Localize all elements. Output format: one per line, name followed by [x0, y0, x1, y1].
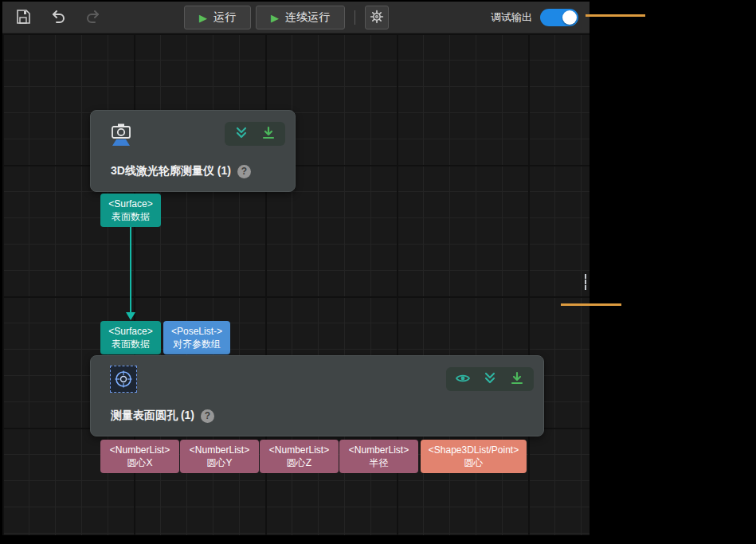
eye-icon [455, 371, 471, 388]
run-button[interactable]: ▶ 运行 [184, 6, 251, 29]
save-icon [14, 8, 32, 28]
node-measure-surface-hole[interactable]: 测量表面圆孔 (1) ? [90, 355, 544, 436]
download-result-button[interactable] [510, 372, 524, 386]
port-type: <NumberList> [349, 444, 409, 456]
double-chevron-down-icon [483, 371, 497, 388]
measure-hole-icon [110, 366, 137, 393]
undo-icon [49, 8, 67, 28]
double-chevron-down-icon [234, 126, 249, 143]
graph-canvas[interactable]: 3D线激光轮廓测量仪 (1) ? <Surface> 表面数据 <Surface… [2, 33, 590, 535]
toolbar-right-group: 调试输出 [491, 2, 578, 33]
port-label: 半径 [370, 456, 389, 469]
port-label: 圆心Z [287, 456, 311, 469]
annotation-line-top [586, 14, 645, 17]
help-badge[interactable]: ? [237, 165, 251, 178]
app-window: ▶ 运行 ▶ 连续运行 [2, 2, 590, 535]
debug-output-toggle[interactable] [540, 9, 578, 26]
continuous-run-button[interactable]: ▶ 连续运行 [256, 6, 345, 29]
window-edge-handle[interactable] [585, 274, 586, 290]
node-3d-laser-profiler[interactable]: 3D线激光轮廓测量仪 (1) ? [90, 110, 296, 192]
node-title: 3D线激光轮廓测量仪 (1) [111, 164, 231, 178]
camera-3d-profiler-icon [107, 120, 135, 149]
port-label: 表面数据 [112, 210, 150, 223]
preview-button[interactable] [456, 372, 470, 386]
port-label: 对齐参数组 [173, 338, 221, 350]
run-button-label: 运行 [213, 10, 236, 25]
toolbar: ▶ 运行 ▶ 连续运行 [2, 2, 590, 33]
toggle-knob [562, 10, 577, 25]
port-type: <Surface> [108, 325, 152, 338]
download-icon [510, 371, 524, 388]
port-center-x-output[interactable]: <NumberList> 圆心X [100, 440, 179, 473]
collapse-chevrons-button[interactable] [483, 372, 497, 386]
port-type: <NumberList> [269, 444, 329, 456]
annotation-line-middle [561, 303, 621, 306]
port-surface-output[interactable]: <Surface> 表面数据 [100, 194, 161, 227]
port-label: 圆心 [464, 456, 484, 469]
save-button[interactable] [14, 8, 33, 27]
port-type: <Shape3DList/Point> [429, 444, 519, 456]
toolbar-separator [354, 10, 355, 25]
node-action-buttons [225, 122, 285, 146]
port-surface-input[interactable]: <Surface> 表面数据 [100, 321, 161, 354]
undo-button[interactable] [49, 8, 68, 27]
port-label: 圆心Y [206, 456, 232, 469]
toolbar-center-group: ▶ 运行 ▶ 连续运行 [184, 6, 389, 29]
node-action-buttons [446, 367, 534, 391]
port-center-y-output[interactable]: <NumberList> 圆心Y [180, 440, 259, 473]
toolbar-left-group [14, 2, 103, 33]
port-type: <NumberList> [110, 444, 170, 456]
port-poselist-input[interactable]: <PoseList-> 对齐参数组 [163, 321, 230, 354]
collapse-chevrons-button[interactable] [234, 127, 249, 141]
settings-button[interactable] [365, 6, 389, 29]
download-result-button[interactable] [261, 127, 276, 141]
debug-output-label: 调试输出 [491, 10, 532, 25]
play-icon: ▶ [271, 13, 279, 23]
port-type: <NumberList> [190, 444, 249, 456]
port-center-point-output[interactable]: <Shape3DList/Point> 圆心 [421, 440, 527, 473]
screen: { "toolbar": { "play_glyph": "▶", "run_l… [0, 0, 756, 544]
node-title-row: 测量表面圆孔 (1) ? [111, 409, 214, 423]
port-label: 表面数据 [112, 338, 150, 350]
play-icon: ▶ [199, 13, 207, 23]
continuous-run-button-label: 连续运行 [285, 10, 330, 25]
redo-icon [84, 8, 102, 28]
help-badge[interactable]: ? [201, 409, 214, 423]
port-radius-output[interactable]: <NumberList> 半径 [339, 440, 418, 473]
download-icon [261, 126, 276, 143]
redo-button[interactable] [84, 8, 103, 27]
gear-icon [369, 9, 385, 27]
node-title-row: 3D线激光轮廓测量仪 (1) ? [111, 164, 251, 178]
port-type: <Surface> [108, 198, 152, 210]
node-title: 测量表面圆孔 (1) [111, 409, 194, 423]
port-label: 圆心X [127, 456, 152, 469]
port-center-z-output[interactable]: <NumberList> 圆心Z [260, 440, 339, 473]
port-type: <PoseList-> [171, 325, 222, 338]
